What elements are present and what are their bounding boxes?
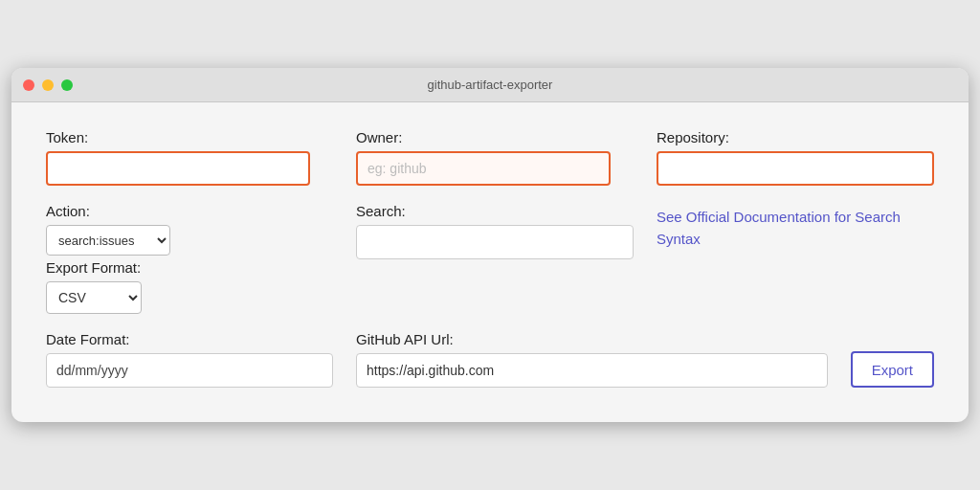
doc-link[interactable]: See Official Documentation for Search Sy… [657,203,934,250]
owner-input[interactable] [356,151,611,186]
token-input[interactable] [46,151,310,186]
action-select[interactable]: search:issues list:issues list:pulls lis… [46,225,170,256]
row-1: Token: Owner: Repository: [46,129,934,203]
owner-group: Owner: [356,129,634,186]
repository-group: Repository: [657,129,934,186]
doc-link-group: See Official Documentation for Search Sy… [657,203,934,250]
api-url-input[interactable] [356,353,828,388]
date-format-label: Date Format: [46,331,333,347]
search-label: Search: [356,203,634,219]
row-3: Export Format: CSV JSON TSV Date Format:… [46,259,934,388]
export-group: Export [851,351,934,388]
date-format-input[interactable] [46,353,333,388]
titlebar-buttons [23,79,73,91]
action-group: Action: search:issues list:issues list:p… [46,203,333,256]
search-group: Search: [356,203,634,259]
titlebar: github-artifact-exporter [11,68,969,102]
row-2: Action: search:issues list:issues list:p… [46,203,934,259]
owner-label: Owner: [356,129,611,145]
api-url-label: GitHub API Url: [356,331,828,347]
window-title: github-artifact-exporter [428,78,553,92]
close-button[interactable] [23,79,34,91]
date-format-group: Date Format: [46,331,333,388]
action-label: Action: [46,203,333,219]
app-window: github-artifact-exporter Token: Owner: R… [11,68,969,422]
api-url-group: GitHub API Url: [356,331,828,388]
token-label: Token: [46,129,310,145]
search-input[interactable] [356,225,634,259]
left-col: Export Format: CSV JSON TSV Date Format: [46,259,333,388]
repository-label: Repository: [657,129,934,145]
export-button[interactable]: Export [851,351,934,388]
export-format-group: Export Format: CSV JSON TSV [46,259,333,314]
token-group: Token: [46,129,333,186]
export-format-label: Export Format: [46,259,333,276]
repository-input[interactable] [657,151,934,186]
minimize-button[interactable] [42,79,54,91]
main-content: Token: Owner: Repository: Action: search… [11,102,969,422]
export-format-select[interactable]: CSV JSON TSV [46,281,142,314]
maximize-button[interactable] [61,79,73,91]
